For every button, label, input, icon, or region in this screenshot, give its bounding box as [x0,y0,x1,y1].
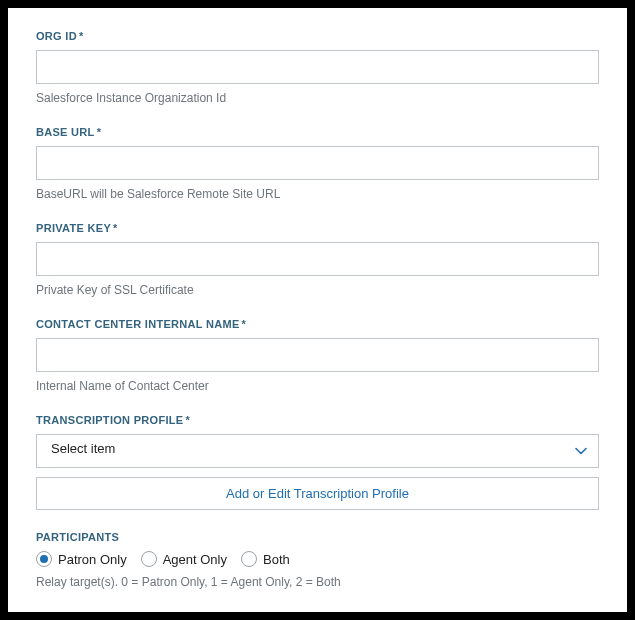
base-url-label: BASE URL* [36,126,599,138]
radio-icon [36,551,52,567]
contact-center-label: CONTACT CENTER INTERNAL NAME* [36,318,599,330]
radio-label-agent: Agent Only [163,552,227,567]
required-asterisk: * [185,414,190,426]
base-url-input[interactable] [36,146,599,180]
base-url-help: BaseURL will be Salesforce Remote Site U… [36,187,599,201]
radio-option-patron-only[interactable]: Patron Only [36,551,127,567]
radio-icon [241,551,257,567]
contact-center-label-text: CONTACT CENTER INTERNAL NAME [36,318,240,330]
transcription-profile-select[interactable]: Select item [36,434,599,468]
radio-option-both[interactable]: Both [241,551,290,567]
org-id-input[interactable] [36,50,599,84]
base-url-label-text: BASE URL [36,126,95,138]
radio-label-both: Both [263,552,290,567]
field-group-contact-center: CONTACT CENTER INTERNAL NAME* Internal N… [36,318,599,393]
field-group-participants: PARTICIPANTS Patron Only Agent Only Both… [36,531,599,589]
radio-icon [141,551,157,567]
contact-center-help: Internal Name of Contact Center [36,379,599,393]
field-group-base-url: BASE URL* BaseURL will be Salesforce Rem… [36,126,599,201]
participants-radio-group: Patron Only Agent Only Both [36,551,599,567]
field-group-org-id: ORG ID* Salesforce Instance Organization… [36,30,599,105]
field-group-private-key: PRIVATE KEY* Private Key of SSL Certific… [36,222,599,297]
private-key-input[interactable] [36,242,599,276]
required-asterisk: * [242,318,247,330]
participants-help: Relay target(s). 0 = Patron Only, 1 = Ag… [36,575,599,589]
org-id-label-text: ORG ID [36,30,77,42]
private-key-help: Private Key of SSL Certificate [36,283,599,297]
radio-option-agent-only[interactable]: Agent Only [141,551,227,567]
form-panel: ORG ID* Salesforce Instance Organization… [8,8,627,612]
required-asterisk: * [113,222,118,234]
org-id-label: ORG ID* [36,30,599,42]
contact-center-input[interactable] [36,338,599,372]
radio-label-patron: Patron Only [58,552,127,567]
field-group-transcription-profile: TRANSCRIPTION PROFILE* Select item Add o… [36,414,599,510]
participants-label: PARTICIPANTS [36,531,599,543]
transcription-profile-label: TRANSCRIPTION PROFILE* [36,414,599,426]
required-asterisk: * [79,30,84,42]
private-key-label: PRIVATE KEY* [36,222,599,234]
private-key-label-text: PRIVATE KEY [36,222,111,234]
add-edit-transcription-profile-button[interactable]: Add or Edit Transcription Profile [36,477,599,510]
required-asterisk: * [97,126,102,138]
transcription-profile-label-text: TRANSCRIPTION PROFILE [36,414,183,426]
org-id-help: Salesforce Instance Organization Id [36,91,599,105]
transcription-profile-select-wrap: Select item [36,434,599,468]
